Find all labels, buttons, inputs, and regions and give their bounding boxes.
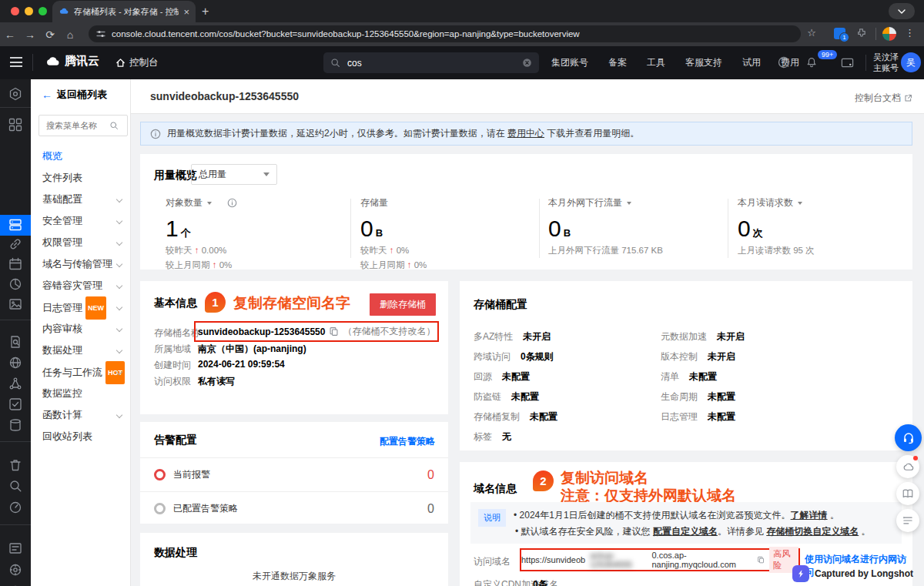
sidebar-item-data-processing[interactable]: 数据处理 xyxy=(31,340,131,361)
link-icon[interactable] xyxy=(8,237,22,251)
browser-tab-strip: 存储桶列表 - 对象存储 - 控制台 × + xyxy=(0,0,924,22)
copy-icon[interactable] xyxy=(757,555,765,564)
doc-search-icon[interactable] xyxy=(8,335,22,349)
learn-more-link[interactable]: 了解详情 xyxy=(791,510,828,521)
minimize-window-light[interactable] xyxy=(25,7,33,15)
sidebar-item-log-management[interactable]: 日志管理NEW xyxy=(31,296,131,318)
menu-item-support[interactable]: 客服支持 xyxy=(685,56,722,69)
cos-active-rail-item[interactable] xyxy=(0,215,31,236)
notice-dot xyxy=(913,456,918,460)
menu-item-tools[interactable]: 工具 xyxy=(647,56,665,69)
sidebar-item-domain-transfer[interactable]: 域名与传输管理 xyxy=(31,253,131,275)
notification-bell-icon[interactable] xyxy=(805,56,818,69)
sidebar-item-content-moderation[interactable]: 内容审核 xyxy=(31,318,131,340)
magnifier-icon[interactable] xyxy=(8,479,22,493)
caret-down-icon[interactable] xyxy=(627,202,631,205)
forward-button[interactable]: → xyxy=(20,28,40,41)
user-info[interactable]: 吴汶泽 主账号 xyxy=(873,52,899,73)
configure-alarm-link[interactable]: 配置告警策略 xyxy=(380,435,435,448)
sidebar-item-scf[interactable]: 函数计算 xyxy=(31,404,131,426)
note-line-1: 2024年1月1日后创建的桶不支持使用默认域名在浏览器预览文件。了解详情 。 xyxy=(478,507,894,524)
menu-item-icp[interactable]: 备案 xyxy=(608,56,627,69)
custom-domain-link[interactable]: 配置自定义域名 xyxy=(653,526,718,537)
speedometer-icon[interactable] xyxy=(8,501,22,514)
info-icon[interactable] xyxy=(227,198,237,208)
sidebar-item-tasks-workflow[interactable]: 任务与工作流HOT xyxy=(31,361,131,383)
console-search-box[interactable] xyxy=(323,52,539,73)
password-extension-icon[interactable]: 1 xyxy=(834,28,845,39)
sidebar-item-permissions[interactable]: 权限管理 xyxy=(31,232,131,253)
site-settings-icon[interactable] xyxy=(96,29,105,39)
back-to-bucket-list[interactable]: ← 返回桶列表 xyxy=(42,88,107,102)
network-nodes-icon[interactable] xyxy=(8,377,22,390)
browser-tab[interactable]: 存储桶列表 - 对象存储 - 控制台 × xyxy=(52,1,196,22)
usage-range-select[interactable]: 总用量 xyxy=(191,164,277,185)
bookmark-star-icon[interactable]: ☆ xyxy=(807,27,816,39)
customer-service-button[interactable] xyxy=(895,424,922,451)
documentation-button[interactable] xyxy=(896,482,919,505)
chevron-down-icon xyxy=(116,347,122,353)
database-card-icon[interactable] xyxy=(8,541,22,555)
sidebar-search-box[interactable] xyxy=(38,115,128,136)
quick-list-button[interactable] xyxy=(896,509,919,532)
home-button[interactable]: ⌂ xyxy=(60,28,80,41)
gear-circle-icon[interactable] xyxy=(8,563,22,577)
close-window-light[interactable] xyxy=(11,7,19,15)
new-tab-button[interactable]: + xyxy=(202,5,209,18)
history-clock-icon[interactable] xyxy=(778,56,790,69)
sidebar-item-security[interactable]: 安全管理 xyxy=(31,210,131,232)
caret-down-icon[interactable] xyxy=(798,202,802,205)
maximize-window-light[interactable] xyxy=(38,7,47,15)
copy-icon[interactable] xyxy=(329,326,339,337)
switch-custom-domain-link[interactable]: 存储桶切换自定义域名 xyxy=(766,526,859,537)
globe-icon[interactable] xyxy=(8,356,22,370)
menu-item-group-account[interactable]: 集团账号 xyxy=(551,56,588,69)
console-label: 控制台 xyxy=(129,56,159,69)
url-text: console.cloud.tencent.com/cos/bucket?buc… xyxy=(112,29,580,39)
reload-button[interactable]: ⟳ xyxy=(40,28,60,41)
usage-overview-card: 用量概览 总用量 对象数量 1个 较昨天 ↑ 0.00% 较上月同期 ↑ 0% … xyxy=(140,154,912,270)
cloud-notice-button[interactable] xyxy=(896,455,919,478)
trash-icon[interactable] xyxy=(8,458,22,472)
profile-avatar[interactable] xyxy=(882,27,896,41)
dashboard-grid-icon[interactable] xyxy=(8,118,22,132)
sidebar-item-data-monitoring[interactable]: 数据监控 xyxy=(31,383,131,404)
tab-close-icon[interactable]: × xyxy=(183,6,189,18)
home-icon xyxy=(116,58,126,68)
calendar-icon[interactable] xyxy=(8,257,22,271)
extensions-puzzle-icon[interactable] xyxy=(855,28,867,39)
url-bar[interactable]: console.cloud.tencent.com/cos/bucket?buc… xyxy=(89,25,801,42)
basic-info-card: 基本信息 1 复制存储空间名字 删除存储桶 存储桶名称 sunvideoback… xyxy=(140,281,448,414)
sidebar-item-file-list[interactable]: 文件列表 xyxy=(31,167,131,189)
sidebar-item-fault-tolerance[interactable]: 容错容灾管理 xyxy=(31,275,131,296)
pie-chart-icon[interactable] xyxy=(8,277,22,291)
caret-down-icon[interactable] xyxy=(207,202,212,205)
hamburger-menu-icon[interactable] xyxy=(10,57,22,67)
media-image-icon[interactable] xyxy=(8,297,22,311)
billing-center-link[interactable]: 费用中心 xyxy=(507,128,544,139)
check-square-icon[interactable] xyxy=(8,397,22,411)
tab-search-button[interactable] xyxy=(889,3,915,19)
delete-bucket-button[interactable]: 删除存储桶 xyxy=(370,293,436,316)
console-doc-link[interactable]: 控制台文档 xyxy=(855,92,912,105)
database-icon[interactable] xyxy=(8,418,22,432)
access-domain-value-box: https://sunvideobackup-1253645550.cos.ap… xyxy=(520,548,800,571)
sidebar-item-basic-config[interactable]: 基础配置 xyxy=(31,189,131,210)
clear-search-icon[interactable] xyxy=(522,58,532,68)
sidebar-item-overview[interactable]: 概览 xyxy=(31,146,131,167)
tencent-cloud-logo[interactable]: 腾讯云 xyxy=(45,54,99,69)
console-search-input[interactable] xyxy=(346,57,517,69)
hot-badge: HOT xyxy=(105,361,125,384)
back-button[interactable]: ← xyxy=(0,28,20,41)
cors-value[interactable]: 0条规则 xyxy=(521,351,554,362)
sidebar-item-recycle-bin[interactable]: 回收站列表 xyxy=(31,426,131,447)
user-avatar[interactable]: 吴 xyxy=(901,52,921,72)
console-link[interactable]: 控制台 xyxy=(116,56,159,69)
menu-item-trial[interactable]: 试用 xyxy=(742,56,761,69)
console-gear-icon[interactable] xyxy=(8,87,22,101)
billing-card-icon[interactable] xyxy=(841,57,854,69)
browser-menu-icon[interactable]: ⋮ xyxy=(905,27,915,39)
domain-note-box: 说明 2024年1月1日后创建的桶不支持使用默认域名在浏览器预览文件。了解详情 … xyxy=(470,502,902,544)
sidebar-search-input[interactable] xyxy=(45,120,106,131)
annotation-text-1: 复制存储空间名字 xyxy=(233,293,350,313)
